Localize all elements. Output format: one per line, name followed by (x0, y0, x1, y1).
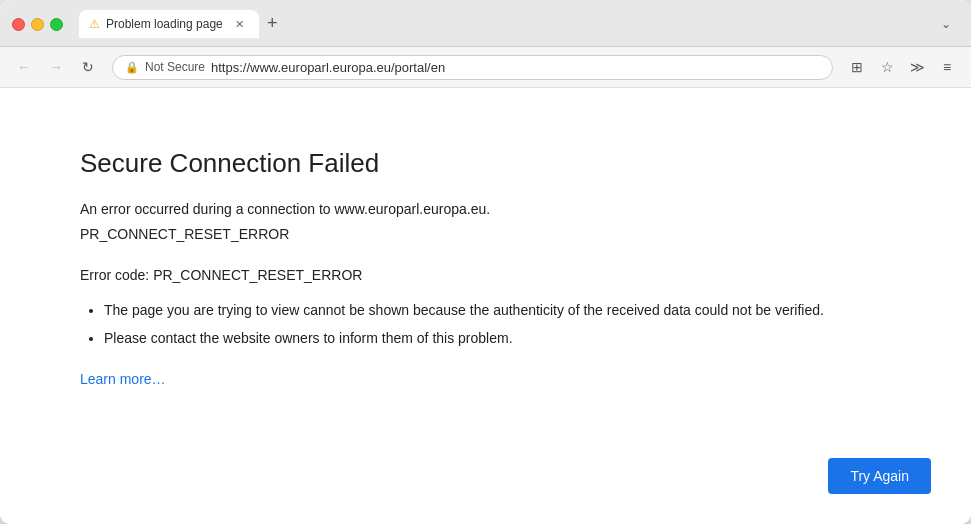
error-description-line2: PR_CONNECT_RESET_ERROR (80, 224, 891, 245)
extensions-button[interactable]: ⊞ (843, 53, 871, 81)
back-button[interactable]: ← (10, 53, 38, 81)
bookmark-button[interactable]: ☆ (873, 53, 901, 81)
forward-icon: → (49, 59, 63, 75)
lock-icon: 🔒 (125, 61, 139, 74)
not-secure-label: Not Secure (145, 60, 205, 74)
nav-actions: ⊞ ☆ ≫ ≡ (843, 53, 961, 81)
title-bar: ⚠ Problem loading page ✕ + ⌄ (0, 0, 971, 47)
minimize-window-button[interactable] (31, 18, 44, 31)
new-tab-button[interactable]: + (259, 11, 286, 36)
tab-bar: ⚠ Problem loading page ✕ + (79, 10, 925, 38)
forward-button[interactable]: → (42, 53, 70, 81)
error-description-line1: An error occurred during a connection to… (80, 199, 891, 220)
error-bullet-2: Please contact the website owners to inf… (104, 327, 891, 349)
menu-button[interactable]: ≡ (933, 53, 961, 81)
tab-close-button[interactable]: ✕ (231, 16, 247, 32)
menu-icon: ≡ (943, 59, 951, 75)
content-area: Secure Connection Failed An error occurr… (0, 88, 971, 524)
error-bullets-list: The page you are trying to view cannot b… (104, 299, 891, 350)
error-bullet-1: The page you are trying to view cannot b… (104, 299, 891, 321)
learn-more-link[interactable]: Learn more… (80, 371, 166, 387)
try-again-button[interactable]: Try Again (828, 458, 931, 494)
tab-title: Problem loading page (106, 17, 225, 31)
more-tools-button[interactable]: ≫ (903, 53, 931, 81)
close-window-button[interactable] (12, 18, 25, 31)
back-icon: ← (17, 59, 31, 75)
active-tab[interactable]: ⚠ Problem loading page ✕ (79, 10, 259, 38)
tab-dropdown-button[interactable]: ⌄ (933, 13, 959, 35)
extensions-icon: ⊞ (851, 59, 863, 75)
url-display: https://www.europarl.europa.eu/portal/en (211, 60, 820, 75)
error-title: Secure Connection Failed (80, 148, 891, 179)
browser-window: ⚠ Problem loading page ✕ + ⌄ ← → ↻ 🔒 Not… (0, 0, 971, 524)
reload-icon: ↻ (82, 59, 94, 75)
tab-warning-icon: ⚠ (89, 17, 100, 31)
maximize-window-button[interactable] (50, 18, 63, 31)
traffic-lights (12, 18, 63, 31)
address-bar[interactable]: 🔒 Not Secure https://www.europarl.europa… (112, 55, 833, 80)
navigation-bar: ← → ↻ 🔒 Not Secure https://www.europarl.… (0, 47, 971, 88)
reload-button[interactable]: ↻ (74, 53, 102, 81)
more-tools-icon: ≫ (910, 59, 925, 75)
star-icon: ☆ (881, 59, 894, 75)
error-code: Error code: PR_CONNECT_RESET_ERROR (80, 267, 891, 283)
